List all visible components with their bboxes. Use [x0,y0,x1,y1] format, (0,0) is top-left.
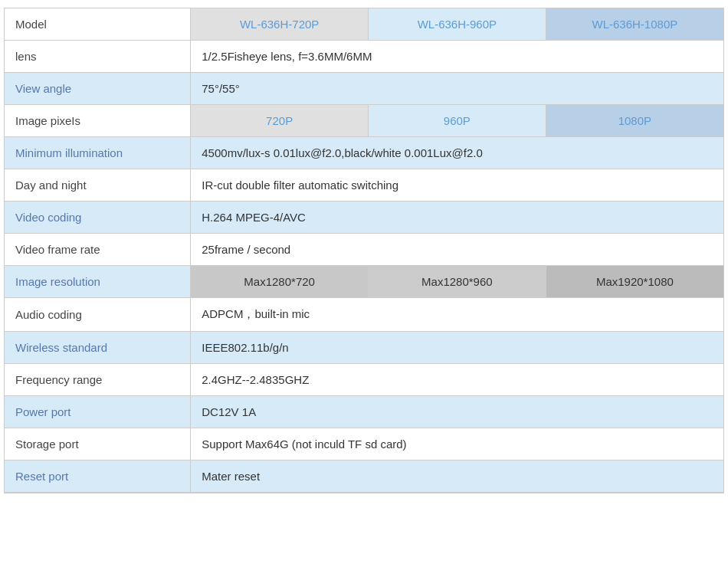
row-audio-coding: Audio codingADPCM，built-in mic [5,298,723,332]
row-model: ModelWL-636H-720PWL-636H-960PWL-636H-108… [5,8,723,41]
value-video-coding: H.264 MPEG-4/AVC [191,202,723,234]
label-model: Model [5,8,191,41]
value-view-angle: 75°/55° [191,73,723,105]
row-video-coding: Video codingH.264 MPEG-4/AVC [5,202,723,234]
row-frequency-range: Frequency range2.4GHZ--2.4835GHZ [5,364,723,396]
value-audio-coding: ADPCM，built-in mic [191,298,723,332]
value-video-frame-rate: 25frame / second [191,234,723,266]
label-image-pixels: Image pixeIs [5,105,191,137]
label-wireless-standard: Wireless standard [5,332,191,364]
row-video-frame-rate: Video frame rate25frame / second [5,234,723,266]
row-wireless-standard: Wireless standardIEEE802.11b/g/n [5,332,723,364]
col2-image-resolution: Max1280*960 [369,266,546,298]
row-lens: lens1/2.5Fisheye lens, f=3.6MM/6MM [5,41,723,73]
row-storage-port: Storage portSupport Max64G (not inculd T… [5,428,723,460]
value-reset-port: Mater reset [191,460,723,493]
row-reset-port: Reset portMater reset [5,460,723,493]
row-view-angle: View angle75°/55° [5,73,723,105]
label-frequency-range: Frequency range [5,364,191,396]
col3-image-resolution: Max1920*1080 [546,266,723,298]
col2-model: WL-636H-960P [369,8,546,41]
value-storage-port: Support Max64G (not inculd TF sd card) [191,428,723,460]
value-frequency-range: 2.4GHZ--2.4835GHZ [191,364,723,396]
label-video-frame-rate: Video frame rate [5,234,191,266]
col1-image-pixels: 720P [191,105,369,137]
label-image-resolution: Image resolution [5,266,191,298]
col1-model: WL-636H-720P [191,8,369,41]
col3-image-pixels: 1080P [546,105,723,137]
col3-model: WL-636H-1080P [546,8,723,41]
row-min-illumination: Minimum illumination4500mv/lux-s 0.01lux… [5,137,723,169]
label-video-coding: Video coding [5,202,191,234]
label-view-angle: View angle [5,73,191,105]
row-power-port: Power portDC12V 1A [5,396,723,428]
row-image-resolution: Image resolutionMax1280*720Max1280*960Ma… [5,266,723,298]
value-wireless-standard: IEEE802.11b/g/n [191,332,723,364]
value-day-night: IR-cut double filter automatic switching [191,169,723,202]
label-lens: lens [5,41,191,73]
label-reset-port: Reset port [5,460,191,493]
row-image-pixels: Image pixeIs720P960P1080P [5,105,723,137]
label-min-illumination: Minimum illumination [5,137,191,169]
row-day-night: Day and nightIR-cut double filter automa… [5,169,723,202]
value-lens: 1/2.5Fisheye lens, f=3.6MM/6MM [191,41,723,73]
spec-table: ModelWL-636H-720PWL-636H-960PWL-636H-108… [4,8,724,493]
col2-image-pixels: 960P [369,105,546,137]
value-power-port: DC12V 1A [191,396,723,428]
value-min-illumination: 4500mv/lux-s 0.01lux@f2.0,black/white 0.… [191,137,723,169]
col1-image-resolution: Max1280*720 [191,266,369,298]
label-power-port: Power port [5,396,191,428]
label-day-night: Day and night [5,169,191,202]
label-storage-port: Storage port [5,428,191,460]
label-audio-coding: Audio coding [5,298,191,332]
